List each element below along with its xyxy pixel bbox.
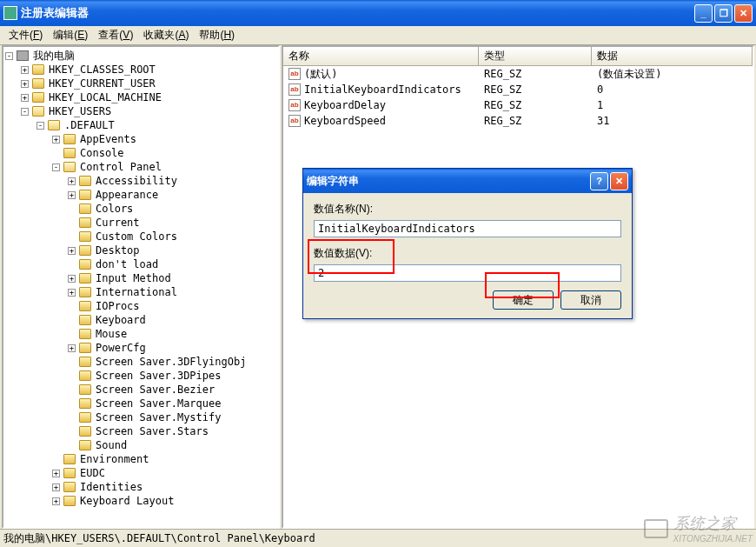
- list-row[interactable]: ab(默认)REG_SZ(数值未设置): [283, 66, 753, 82]
- registry-tree-panel[interactable]: -我的电脑 +HKEY_CLASSES_ROOT +HKEY_CURRENT_U…: [2, 45, 280, 529]
- edit-string-dialog: 编辑字符串 ? ✕ 数值名称(N): 数值数据(V): 确定 取消: [302, 168, 633, 319]
- dialog-close-button[interactable]: ✕: [610, 172, 628, 190]
- menu-view[interactable]: 查看(V): [93, 26, 138, 44]
- watermark-icon: [644, 519, 668, 538]
- list-row[interactable]: abInitialKeyboardIndicatorsREG_SZ0: [283, 82, 753, 97]
- tree-toggle[interactable]: +: [52, 136, 60, 143]
- folder-icon: [63, 496, 76, 506]
- tree-identities[interactable]: Identities: [78, 480, 144, 494]
- statusbar: 我的电脑\HKEY_USERS\.DEFAULT\Control Panel\K…: [0, 529, 756, 546]
- tree-toggle[interactable]: -: [21, 108, 29, 116]
- tree-item[interactable]: Screen Saver.Mystify: [94, 410, 223, 424]
- menu-edit[interactable]: 编辑(E): [48, 26, 93, 44]
- string-value-icon: ab: [288, 99, 301, 111]
- tree-toggle[interactable]: +: [21, 66, 29, 74]
- tree-appevents[interactable]: AppEvents: [78, 132, 138, 146]
- tree-item[interactable]: Appearance: [94, 188, 160, 202]
- tree-item[interactable]: Screen Saver.Stars: [94, 424, 210, 438]
- list-row[interactable]: abKeyboardSpeedREG_SZ31: [283, 113, 753, 129]
- tree-item[interactable]: Custom Colors: [94, 230, 179, 243]
- tree-node: +Appearance: [5, 188, 276, 202]
- tree-item[interactable]: Screen Saver.3DPipes: [94, 369, 223, 383]
- tree-root[interactable]: 我的电脑: [31, 49, 76, 63]
- tree-item[interactable]: Accessibility: [94, 174, 179, 188]
- tree-eudc[interactable]: EUDC: [78, 466, 107, 480]
- tree-environment[interactable]: Environment: [78, 452, 150, 466]
- close-button[interactable]: ✕: [734, 4, 753, 23]
- tree-item[interactable]: IOProcs: [94, 299, 142, 313]
- tree-item[interactable]: Keyboard: [94, 313, 148, 327]
- tree-toggle[interactable]: +: [68, 191, 76, 199]
- value-name: InitialKeyboardIndicators: [304, 83, 461, 97]
- tree-hkcu[interactable]: HKEY_CURRENT_USER: [47, 77, 157, 90]
- dialog-titlebar: 编辑字符串 ? ✕: [303, 169, 632, 193]
- string-value-icon: ab: [288, 68, 301, 80]
- tree-item[interactable]: don't load: [94, 257, 160, 271]
- menu-favorites[interactable]: 收藏夹(A): [138, 26, 194, 44]
- folder-icon: [63, 482, 76, 492]
- tree-item[interactable]: PowerCfg: [94, 341, 148, 355]
- value-data: 0: [592, 82, 753, 97]
- tree-item[interactable]: Input Method: [94, 271, 173, 285]
- tree-item[interactable]: Screen Saver.Bezier: [94, 383, 216, 397]
- folder-icon: [79, 370, 91, 381]
- tree-toggle[interactable]: +: [21, 94, 29, 102]
- tree-toggle[interactable]: +: [52, 497, 60, 505]
- col-header-type[interactable]: 类型: [479, 47, 592, 65]
- dialog-name-input[interactable]: [314, 220, 621, 237]
- tree-toggle[interactable]: -: [5, 52, 13, 60]
- tree-control-panel[interactable]: Control Panel: [78, 160, 163, 174]
- tree-node: +PowerCfg: [5, 341, 276, 355]
- tree-node: Screen Saver.3DFlyingObj: [5, 355, 276, 369]
- tree-keyboard-layout[interactable]: Keyboard Layout: [78, 494, 176, 508]
- tree-hku[interactable]: HKEY_USERS: [47, 104, 113, 118]
- menu-file[interactable]: 文件(F): [3, 26, 48, 44]
- folder-icon: [79, 287, 91, 297]
- tree-toggle[interactable]: -: [52, 163, 60, 171]
- string-value-icon: ab: [288, 115, 301, 127]
- tree-toggle[interactable]: +: [68, 247, 76, 255]
- tree-item[interactable]: Desktop: [94, 243, 142, 257]
- minimize-button[interactable]: _: [694, 4, 713, 23]
- tree-item[interactable]: Screen Saver.Marquee: [94, 397, 223, 410]
- tree-toggle[interactable]: +: [68, 289, 76, 297]
- tree-item[interactable]: Sound: [94, 438, 129, 452]
- value-data: 1: [592, 97, 753, 113]
- folder-icon: [79, 190, 91, 200]
- value-name: KeyboardDelay: [304, 98, 386, 112]
- tree-item[interactable]: Mouse: [94, 327, 129, 341]
- list-row[interactable]: abKeyboardDelayREG_SZ1: [283, 97, 753, 113]
- tree-toggle[interactable]: +: [68, 177, 76, 185]
- value-type: REG_SZ: [479, 82, 592, 97]
- tree-hkcr[interactable]: HKEY_CLASSES_ROOT: [47, 63, 157, 77]
- tree-node: Current: [5, 216, 276, 230]
- tree-node: don't load: [5, 257, 276, 271]
- tree-item[interactable]: Current: [94, 216, 142, 230]
- col-header-data[interactable]: 数据: [592, 47, 753, 65]
- dialog-ok-button[interactable]: 确定: [493, 290, 554, 310]
- maximize-button[interactable]: ❐: [714, 4, 733, 23]
- tree-item[interactable]: International: [94, 285, 179, 299]
- tree-node: Screen Saver.Marquee: [5, 397, 276, 410]
- tree-toggle[interactable]: -: [36, 122, 44, 130]
- tree-toggle[interactable]: +: [68, 344, 76, 352]
- tree-default[interactable]: .DEFAULT: [63, 118, 116, 132]
- folder-icon: [79, 231, 91, 242]
- dialog-cancel-button[interactable]: 取消: [560, 290, 621, 310]
- tree-node: Screen Saver.Stars: [5, 424, 276, 438]
- statusbar-path: 我的电脑\HKEY_USERS\.DEFAULT\Control Panel\K…: [3, 532, 315, 544]
- tree-console[interactable]: Console: [78, 146, 126, 160]
- tree-toggle[interactable]: +: [68, 275, 76, 283]
- tree-item[interactable]: Screen Saver.3DFlyingObj: [94, 355, 248, 369]
- menu-help[interactable]: 帮助(H): [194, 26, 240, 44]
- tree-item[interactable]: Colors: [94, 202, 135, 216]
- dialog-data-input[interactable]: [314, 264, 621, 282]
- menubar: 文件(F) 编辑(E) 查看(V) 收藏夹(A) 帮助(H): [0, 26, 756, 45]
- dialog-help-button[interactable]: ?: [590, 172, 608, 190]
- tree-toggle[interactable]: +: [52, 470, 60, 477]
- folder-icon: [63, 454, 76, 464]
- col-header-name[interactable]: 名称: [283, 47, 479, 65]
- tree-hklm[interactable]: HKEY_LOCAL_MACHINE: [47, 90, 163, 104]
- tree-toggle[interactable]: +: [21, 80, 29, 88]
- tree-toggle[interactable]: +: [52, 484, 60, 491]
